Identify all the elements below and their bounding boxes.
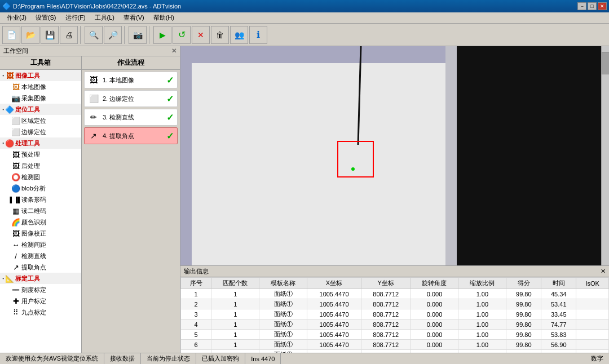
menu-item-作业(J)[interactable]: 作业(J) (2, 12, 31, 23)
run-button[interactable] (153, 26, 171, 44)
menu-item-设置(S)[interactable]: 设置(S) (31, 12, 61, 23)
status-encrypted: 已插入加密狗 (196, 353, 245, 364)
menu-item-运行(F)[interactable]: 运行(F) (61, 12, 90, 23)
delete-button[interactable] (211, 26, 229, 44)
output-close-button[interactable]: ✕ (601, 268, 606, 275)
image-vscroll[interactable] (601, 46, 609, 265)
status-bar: 欢迎使用众为兴AVS视觉定位系统 接收数据 当前为停止状态 已插入加密狗 Ins… (0, 353, 609, 364)
workflow-step-3[interactable]: ✏ 3. 检测直线 ✓ (84, 109, 178, 126)
output-table[interactable]: 序号匹配个数模板名称X坐标Y坐标旋转角度缩放比例得分时间IsOK 11面纸①10… (180, 277, 609, 353)
table-cell: 33.45 (541, 309, 576, 319)
table-cell: 56.90 (541, 340, 576, 350)
barcode-icon: ▌▐▌ (11, 195, 20, 204)
group-process-tools[interactable]: ▪ 🔴 处理工具 (0, 137, 81, 149)
table-row[interactable]: 11面纸①1005.4470808.77120.0001.0099.8045.3… (181, 289, 609, 299)
col-时间: 时间 (541, 278, 576, 289)
users-button[interactable] (230, 26, 248, 44)
extract-corner-icon: ↗ (11, 263, 20, 272)
calibration-group-label: 标定工具 (15, 274, 40, 283)
maximize-button[interactable]: □ (588, 2, 597, 10)
minimize-button[interactable]: － (577, 2, 586, 10)
tool-blob[interactable]: 🔵 blob分析 (0, 183, 81, 194)
table-row[interactable]: 71面纸①1005.4470808.77120.0001.0099.8053.0… (181, 350, 609, 353)
workspace-close-button[interactable]: ✕ (171, 47, 176, 55)
tool-barcode[interactable]: ▌▐▌ 读条形码 (0, 194, 81, 205)
canvas-background (180, 46, 609, 265)
tool-postprocess[interactable]: 🖼 后处理 (0, 160, 81, 171)
table-cell: 808.7712 (361, 289, 411, 299)
tool-region-locate[interactable]: ⬜ 区域定位 (0, 115, 81, 126)
wf-label-3: 3. 检测直线 (103, 113, 134, 122)
info-button[interactable] (249, 26, 267, 44)
table-row[interactable]: 61面纸①1005.4470808.77120.0001.0099.8056.9… (181, 340, 609, 350)
table-cell (576, 299, 609, 309)
preprocess-icon: 🖼 (11, 150, 20, 159)
print-button[interactable] (60, 26, 78, 44)
tool-preprocess[interactable]: 🖼 预处理 (0, 149, 81, 160)
menu-item-查看(V)[interactable]: 查看(V) (119, 12, 149, 23)
table-cell: 1.00 (458, 350, 506, 353)
table-row[interactable]: 21面纸①1005.4470808.77120.0001.0099.8053.4… (181, 299, 609, 309)
tool-scale-calibration[interactable]: ━━ 刻度标定 (0, 284, 81, 295)
status-mode-text: 数字 (591, 354, 603, 363)
table-cell: 1005.4470 (307, 319, 361, 330)
table-cell: 74.77 (541, 319, 576, 330)
stop-button[interactable] (192, 26, 210, 44)
wf-icon-4: ↗ (88, 130, 99, 141)
table-cell: 4 (181, 319, 211, 330)
tool-detect-line[interactable]: / 检测直线 (0, 250, 81, 261)
tool-nine-point[interactable]: ⠿ 九点标定 (0, 307, 81, 318)
open-button[interactable] (21, 26, 39, 44)
tool-qrcode[interactable]: ▦ 读二维码 (0, 205, 81, 216)
loop-button[interactable] (173, 26, 191, 44)
tool-image-correct[interactable]: 🖼 图像校正 (0, 228, 81, 239)
table-cell: 1005.4470 (307, 309, 361, 319)
detect-gap-label: 检测间距 (21, 241, 46, 249)
menu-item-工具(L)[interactable]: 工具(L) (90, 12, 119, 23)
table-cell: 45.34 (541, 289, 576, 299)
toolbar-sep-2 (124, 26, 126, 44)
location-group-icon: 🔷 (5, 105, 14, 114)
tool-capture-image[interactable]: 📷 采集图像 (0, 92, 81, 104)
save-button[interactable] (41, 26, 59, 44)
detect-circle-icon: ⭕ (11, 172, 20, 181)
workflow-step-2[interactable]: ⬜ 2. 边缘定位 ✓ (84, 90, 178, 107)
table-row[interactable]: 31面纸①1005.4470808.77120.0001.0099.8033.4… (181, 309, 609, 319)
tool-edge-locate[interactable]: ⬜ 边缘定位 (0, 126, 81, 137)
workflow-step-1[interactable]: 🖼 1. 本地图像 ✓ (84, 72, 178, 88)
status-ins: Ins 4470 (245, 353, 281, 364)
table-cell: 面纸① (259, 309, 307, 319)
table-cell: 808.7712 (361, 319, 411, 330)
workflow-step-4[interactable]: ↗ 4. 提取角点 ✓ (84, 127, 178, 144)
table-cell: 53.83 (541, 330, 576, 340)
table-cell: 1.00 (458, 319, 506, 330)
table-row[interactable]: 51面纸①1005.4470808.77120.0001.0099.8053.8… (181, 330, 609, 340)
tool-color[interactable]: 🌈 颜色识别 (0, 216, 81, 228)
cam-button[interactable] (129, 26, 147, 44)
tool-local-image[interactable]: 🖼 本地图像 (0, 81, 81, 92)
table-cell: 1005.4470 (307, 330, 361, 340)
tool-detect-gap[interactable]: ↔ 检测间距 (0, 239, 81, 250)
wf-check-1: ✓ (166, 75, 174, 86)
tool-extract-corner[interactable]: ↗ 提取角点 (0, 261, 81, 273)
table-row[interactable]: 41面纸①1005.4470808.77120.0001.0099.8074.7… (181, 319, 609, 330)
new-button[interactable] (2, 26, 20, 44)
image-area[interactable] (180, 46, 609, 265)
table-cell (576, 319, 609, 330)
capture-image-label: 采集图像 (21, 94, 46, 103)
tool-detect-circle[interactable]: ⭕ 检测圆 (0, 171, 81, 183)
image-vscroll-thumb[interactable] (602, 52, 609, 74)
window-title: D:\Program Files\ADTVision\Jobs\0422\042… (13, 3, 181, 10)
zoom-out-button[interactable] (104, 26, 122, 44)
group-image-tools[interactable]: ▪ 🖼 图像工具 (0, 70, 81, 81)
group-calibration-tools[interactable]: ▪ 📐 标定工具 (0, 273, 81, 284)
menu-item-帮助(H)[interactable]: 帮助(H) (149, 12, 179, 23)
group-location-tools[interactable]: ▪ 🔷 定位工具 (0, 104, 81, 115)
scale-cal-icon: ━━ (11, 285, 20, 294)
status-receive-text: 接收数据 (110, 354, 135, 363)
status-state: 当前为停止状态 (141, 353, 196, 364)
title-bar-controls[interactable]: － □ ✕ (577, 2, 607, 10)
close-button[interactable]: ✕ (598, 2, 607, 10)
zoom-in-button[interactable] (85, 26, 103, 44)
tool-user-calibration[interactable]: ✚ 用户标定 (0, 295, 81, 307)
